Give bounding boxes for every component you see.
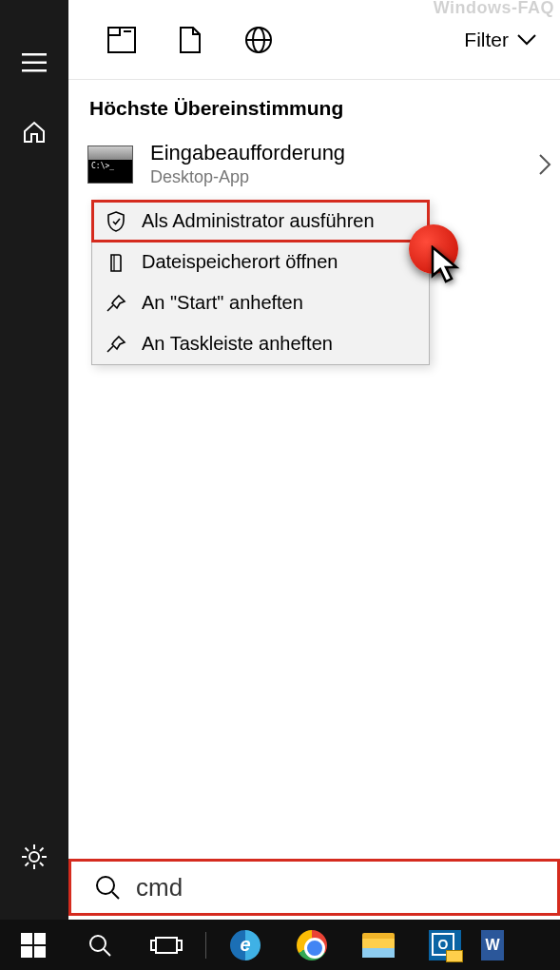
svg-line-22 xyxy=(112,892,119,899)
svg-point-27 xyxy=(90,936,106,951)
hamburger-menu-button[interactable] xyxy=(0,29,68,97)
task-view-button[interactable] xyxy=(133,920,200,970)
svg-rect-24 xyxy=(34,933,46,944)
apps-icon xyxy=(107,27,136,53)
svg-line-28 xyxy=(104,949,110,956)
chevron-down-icon xyxy=(516,33,537,47)
svg-line-9 xyxy=(40,863,44,866)
file-explorer-icon xyxy=(362,933,395,958)
cursor-icon xyxy=(430,245,466,287)
svg-line-20 xyxy=(107,346,113,352)
search-icon xyxy=(94,874,121,901)
filter-label: Filter xyxy=(464,29,509,51)
context-item-pin-taskbar[interactable]: An Taskleiste anheften xyxy=(92,323,429,364)
svg-rect-23 xyxy=(21,933,32,944)
context-item-pin-start[interactable]: An "Start" anheften xyxy=(92,282,429,323)
globe-icon xyxy=(244,26,273,54)
svg-rect-30 xyxy=(151,941,156,950)
result-title: Eingabeaufforderung xyxy=(150,141,345,165)
filter-apps-button[interactable] xyxy=(87,0,156,80)
filter-documents-button[interactable] xyxy=(156,0,224,80)
task-view-icon xyxy=(150,934,183,957)
gear-icon xyxy=(20,843,48,871)
start-button[interactable] xyxy=(0,920,67,970)
home-button[interactable] xyxy=(0,97,68,165)
search-input[interactable] xyxy=(136,873,534,902)
folder-open-icon xyxy=(106,252,126,273)
search-box[interactable] xyxy=(68,859,560,916)
taskbar-divider xyxy=(205,932,206,959)
taskbar: W xyxy=(0,920,560,970)
svg-line-11 xyxy=(26,863,29,866)
pin-icon xyxy=(106,335,126,354)
chrome-icon xyxy=(297,930,327,960)
windows-logo-icon xyxy=(21,933,46,958)
svg-rect-25 xyxy=(21,946,32,958)
pin-icon xyxy=(106,294,126,313)
taskbar-search-button[interactable] xyxy=(67,920,133,970)
edge-icon xyxy=(230,930,261,960)
best-match-header: Höchste Übereinstimmung xyxy=(68,80,560,127)
context-item-label: An "Start" anheften xyxy=(142,292,303,314)
outlook-icon xyxy=(429,930,461,960)
svg-point-21 xyxy=(97,877,114,894)
svg-rect-2 xyxy=(22,69,47,72)
hamburger-icon xyxy=(22,53,47,72)
svg-rect-29 xyxy=(156,938,177,953)
settings-button[interactable] xyxy=(0,823,68,891)
svg-rect-26 xyxy=(34,946,46,958)
svg-line-19 xyxy=(107,305,113,311)
filter-web-button[interactable] xyxy=(224,0,293,80)
svg-rect-1 xyxy=(22,62,47,65)
word-icon: W xyxy=(481,930,504,960)
taskbar-app-word[interactable]: W xyxy=(478,920,507,970)
svg-rect-31 xyxy=(177,941,182,950)
chevron-right-icon xyxy=(537,152,552,177)
filter-dropdown[interactable]: Filter xyxy=(460,29,541,51)
svg-rect-0 xyxy=(22,53,47,56)
home-icon xyxy=(21,118,48,145)
context-item-label: Als Administrator ausführen xyxy=(142,210,375,232)
taskbar-app-outlook[interactable] xyxy=(412,920,478,970)
context-menu: Als Administrator ausführen Dateispeiche… xyxy=(91,200,430,365)
svg-line-10 xyxy=(40,848,44,852)
search-panel: Filter Höchste Übereinstimmung Eingabeau… xyxy=(68,0,560,920)
svg-line-8 xyxy=(26,848,29,852)
context-item-label: An Taskleiste anheften xyxy=(142,333,333,355)
context-item-run-as-admin[interactable]: Als Administrator ausführen xyxy=(92,201,429,242)
taskbar-app-chrome[interactable] xyxy=(279,920,345,970)
search-result-cmd[interactable]: Eingabeaufforderung Desktop-App xyxy=(68,127,560,201)
context-item-label: Dateispeicherort öffnen xyxy=(142,251,338,273)
search-icon xyxy=(87,933,112,958)
svg-rect-13 xyxy=(108,28,120,35)
result-expand-button[interactable] xyxy=(537,152,552,177)
svg-point-3 xyxy=(29,852,39,862)
watermark-text: Windows-FAQ xyxy=(434,0,554,18)
shield-icon xyxy=(106,211,126,232)
cortana-sidebar xyxy=(0,0,68,920)
document-icon xyxy=(179,26,202,54)
context-item-open-location[interactable]: Dateispeicherort öffnen xyxy=(92,242,429,282)
result-subtitle: Desktop-App xyxy=(150,167,345,187)
taskbar-app-edge[interactable] xyxy=(212,920,279,970)
taskbar-app-explorer[interactable] xyxy=(345,920,412,970)
cmd-app-icon xyxy=(87,146,133,184)
